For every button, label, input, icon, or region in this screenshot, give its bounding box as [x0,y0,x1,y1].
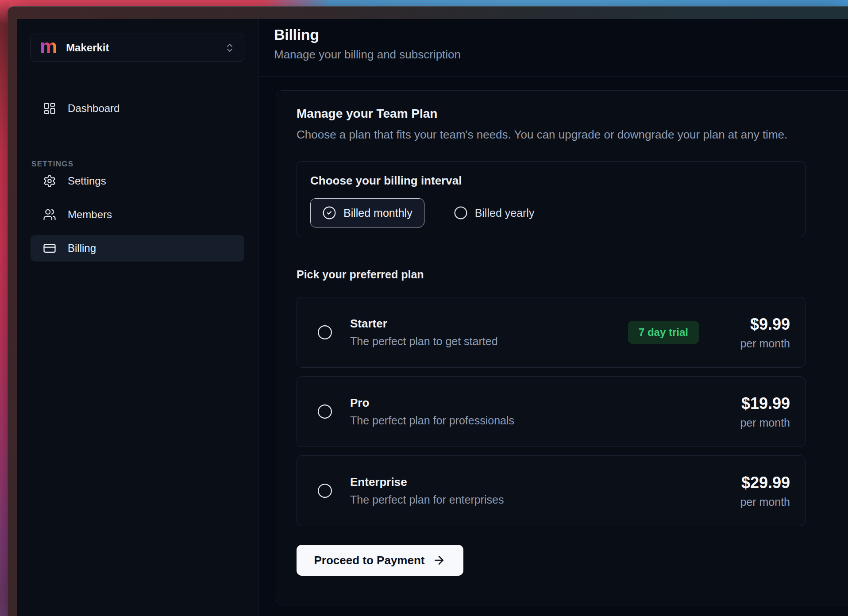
plan-text: Enterprise The perfect plan for enterpri… [350,475,504,506]
billed-yearly-option[interactable]: Billed yearly [454,206,535,220]
team-plan-card: Manage your Team Plan Choose a plan that… [276,90,848,605]
pick-plan-label: Pick your preferred plan [297,268,848,281]
trial-badge: 7 day trial [628,321,699,344]
plan-description: The perfect plan to get started [350,335,498,348]
sidebar-item-settings[interactable]: Settings [31,170,244,192]
plan-description: The perfect plan for professionals [350,414,514,427]
plan-row-pro[interactable]: Pro The perfect plan for professionals $… [297,376,806,447]
proceed-to-payment-button[interactable]: Proceed to Payment [297,545,463,576]
price-block: $19.99 per month [724,394,790,429]
radio-icon[interactable] [317,325,332,340]
plan-period: per month [724,337,790,350]
sidebar-section-settings: SETTINGS [17,160,73,169]
plan-text: Pro The perfect plan for professionals [350,396,514,427]
plan-name: Starter [350,317,498,331]
app-window: m Makerkit Dashboard SETTINGS Settings [8,6,848,616]
makerkit-logo: m [40,37,57,56]
proceed-to-payment-label: Proceed to Payment [314,554,425,567]
sidebar-item-billing[interactable]: Billing [31,235,244,262]
sidebar-item-members[interactable]: Members [31,204,244,225]
team-selector[interactable]: m Makerkit [31,34,244,62]
plan-price: $29.99 [724,474,790,492]
billing-interval-group: Choose your billing interval Billed mont… [297,161,806,237]
plan-text: Starter The perfect plan to get started [350,317,498,348]
plan-price: $19.99 [724,394,790,413]
arrow-right-icon [432,554,446,567]
sidebar: m Makerkit Dashboard SETTINGS Settings [17,19,259,616]
radio-icon[interactable] [317,404,332,419]
card-title: Manage your Team Plan [297,107,848,121]
plan-description: The perfect plan for enterprises [350,493,504,506]
billed-yearly-label: Billed yearly [475,207,535,219]
sidebar-item-label: Members [68,208,112,221]
plan-list: Starter The perfect plan to get started … [297,297,848,526]
layout-dashboard-icon [43,102,56,115]
billed-monthly-option[interactable]: Billed monthly [310,198,424,227]
gear-icon [43,174,56,188]
price-block: $9.99 per month [724,315,790,350]
radio-icon[interactable] [317,483,332,498]
page-title: Billing [274,26,848,43]
plan-period: per month [724,496,790,508]
team-name: Makerkit [66,42,109,54]
sidebar-item-label: Billing [68,242,96,254]
page-subtitle: Manage your billing and subscription [274,48,848,62]
sidebar-item-label: Settings [68,175,106,187]
plan-price: $9.99 [724,315,790,334]
credit-card-icon [43,242,56,255]
users-icon [43,208,56,221]
circle-radio-icon [454,206,468,220]
sidebar-item-dashboard[interactable]: Dashboard [31,98,244,119]
plan-name: Pro [350,396,514,410]
billing-interval-options: Billed monthly Billed yearly [310,198,792,227]
plan-row-enterprise[interactable]: Enterprise The perfect plan for enterpri… [297,455,806,526]
app-root: m Makerkit Dashboard SETTINGS Settings [17,19,848,616]
circle-check-icon [322,206,336,220]
card-subtitle: Choose a plan that fits your team's need… [297,128,848,142]
sidebar-item-label: Dashboard [68,102,119,115]
main-content: Billing Manage your billing and subscrip… [259,19,848,616]
price-block: $29.99 per month [724,474,790,508]
chevrons-up-down-icon [224,42,235,53]
billing-interval-label: Choose your billing interval [310,174,792,188]
billed-monthly-label: Billed monthly [343,207,412,219]
page-header: Billing Manage your billing and subscrip… [259,19,848,77]
plan-period: per month [724,416,790,429]
plan-name: Enterprise [350,475,504,489]
plan-row-starter[interactable]: Starter The perfect plan to get started … [297,297,806,368]
